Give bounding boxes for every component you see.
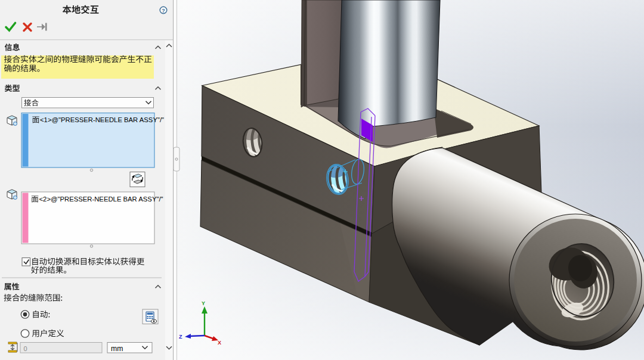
svg-text:0: 0 — [24, 345, 27, 352]
svg-text:<1>@"PRESSER-NEEDLE BAR ASSY"/: <1>@"PRESSER-NEEDLE BAR ASSY"/" — [40, 116, 164, 123]
svg-text:mm: mm — [111, 345, 123, 353]
svg-text:Z: Z — [179, 334, 182, 340]
svg-text:Y: Y — [202, 300, 205, 306]
svg-text:<2>@"PRESSER-NEEDLE BAR ASSY"/: <2>@"PRESSER-NEEDLE BAR ASSY"/" — [39, 195, 163, 203]
svg-text:X: X — [218, 340, 221, 346]
svg-text:?: ? — [162, 8, 165, 14]
